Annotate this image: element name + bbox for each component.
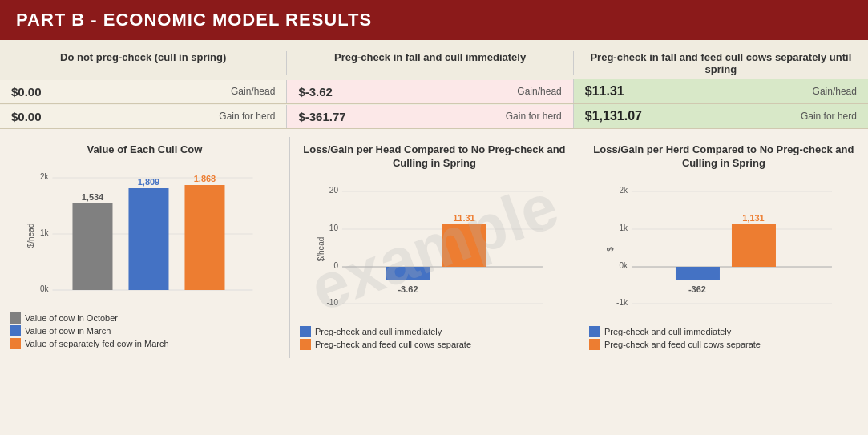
svg-text:-3.62: -3.62 xyxy=(398,284,418,294)
col1-gain-for-herd-value: $0.00 xyxy=(11,110,42,123)
svg-text:-10: -10 xyxy=(326,298,338,307)
header-title: PART B - ECONOMIC MODEL RESULTS xyxy=(16,10,372,30)
svg-rect-37 xyxy=(732,224,776,267)
chart2-legend-label-orange: Preg-check and feed cull cows separate xyxy=(315,340,471,349)
col2-gain-for-herd-value: $-361.77 xyxy=(298,110,345,123)
svg-text:$/head: $/head xyxy=(26,224,35,248)
svg-text:2k: 2k xyxy=(619,186,628,195)
chart2-panel: Loss/Gain per Head Compared to No Preg-c… xyxy=(289,137,579,358)
svg-text:10: 10 xyxy=(329,224,339,232)
svg-rect-35 xyxy=(676,267,720,280)
legend-item-1: Value of cow in October xyxy=(10,312,280,324)
svg-text:1,868: 1,868 xyxy=(194,174,216,183)
column-headers: Do not preg-check (cull in spring) Preg-… xyxy=(0,46,868,79)
chart3-title: Loss/Gain per Herd Compared to No Preg-c… xyxy=(589,143,858,171)
gain-per-head-row: $0.00 Gain/head $-3.62 Gain/head $11.31 … xyxy=(0,79,868,103)
chart1-panel: Value of Each Cull Cow $/head 2k 1k 0k xyxy=(0,137,289,358)
chart1-legend: Value of cow in October Value of cow in … xyxy=(10,312,280,349)
chart2-legend-item-1: Preg-check and cull immediately xyxy=(300,326,569,337)
legend-color-blue xyxy=(10,325,21,336)
svg-text:1k: 1k xyxy=(619,224,628,232)
svg-text:0k: 0k xyxy=(619,261,628,270)
chart3-legend: Preg-check and cull immediately Preg-che… xyxy=(589,326,858,350)
chart2-legend-color-orange xyxy=(300,339,311,350)
chart2-title: Loss/Gain per Head Compared to No Preg-c… xyxy=(300,143,569,171)
col1-gain-for-herd: $0.00 Gain for herd xyxy=(0,105,286,128)
col2-header: Preg-check in fall and cull immediately xyxy=(286,51,572,75)
svg-text:0: 0 xyxy=(333,261,338,270)
svg-text:20: 20 xyxy=(329,186,339,195)
chart3-panel: Loss/Gain per Herd Compared to No Preg-c… xyxy=(579,137,868,358)
svg-text:0k: 0k xyxy=(40,284,50,293)
svg-text:$: $ xyxy=(606,247,615,252)
col1-gain-per-head: $0.00 Gain/head xyxy=(0,80,286,103)
chart1-title: Value of Each Cull Cow xyxy=(10,143,280,157)
summary-section: Do not preg-check (cull in spring) Preg-… xyxy=(0,40,868,129)
svg-text:1,809: 1,809 xyxy=(138,177,160,187)
svg-text:11.31: 11.31 xyxy=(453,213,475,223)
charts-section: Value of Each Cull Cow $/head 2k 1k 0k xyxy=(0,129,868,366)
col2-gain-for-herd-label: Gain for herd xyxy=(506,111,562,122)
chart1-svg: $/head 2k 1k 0k 1,534 1,809 xyxy=(10,163,280,308)
chart2-legend: Preg-check and cull immediately Preg-che… xyxy=(300,326,569,350)
chart2-legend-item-2: Preg-check and feed cull cows separate xyxy=(300,339,569,350)
svg-text:-1k: -1k xyxy=(616,298,628,307)
chart3-legend-label-orange: Preg-check and feed cull cows separate xyxy=(604,340,761,349)
chart3-legend-item-2: Preg-check and feed cull cows separate xyxy=(589,339,858,350)
legend-label-gray: Value of cow in October xyxy=(25,313,118,323)
col3-gain-per-head: $11.31 Gain/head xyxy=(573,79,868,103)
svg-rect-22 xyxy=(386,267,430,280)
svg-rect-24 xyxy=(442,224,486,267)
legend-color-gray xyxy=(10,312,21,324)
svg-text:$/head: $/head xyxy=(317,236,325,261)
chart2-legend-label-blue: Preg-check and cull immediately xyxy=(315,327,442,336)
svg-rect-9 xyxy=(128,188,168,290)
chart3-legend-item-1: Preg-check and cull immediately xyxy=(589,326,858,337)
chart1-area: $/head 2k 1k 0k 1,534 1,809 xyxy=(10,163,280,308)
chart3-legend-color-blue xyxy=(589,326,600,337)
col3-gain-for-herd-label: Gain for herd xyxy=(801,111,857,122)
col1-header: Do not preg-check (cull in spring) xyxy=(0,51,286,75)
col1-gain-per-head-value: $0.00 xyxy=(11,85,42,99)
legend-item-3: Value of separately fed cow in March xyxy=(10,338,280,349)
header: PART B - ECONOMIC MODEL RESULTS xyxy=(0,0,868,40)
svg-text:-362: -362 xyxy=(688,284,706,294)
chart3-area: $ 2k 1k 0k -1k -362 xyxy=(589,177,858,321)
col1-gain-per-head-label: Gain/head xyxy=(231,86,275,97)
col3-gain-for-herd-value: $1,131.07 xyxy=(585,109,642,123)
legend-item-2: Value of cow in March xyxy=(10,325,280,336)
chart3-legend-label-blue: Preg-check and cull immediately xyxy=(604,327,731,336)
svg-rect-7 xyxy=(72,203,112,290)
col3-header: Preg-check in fall and feed cull cows se… xyxy=(573,51,868,75)
chart2-area: $/head 20 10 0 -10 xyxy=(300,177,569,321)
col3-gain-for-herd: $1,131.07 Gain for herd xyxy=(573,104,868,128)
chart2-svg: $/head 20 10 0 -10 xyxy=(300,177,569,321)
legend-label-blue: Value of cow in March xyxy=(25,326,111,336)
legend-label-orange: Value of separately fed cow in March xyxy=(25,339,169,348)
col3-gain-per-head-label: Gain/head xyxy=(813,86,857,97)
chart3-legend-color-orange xyxy=(589,339,600,350)
svg-text:1,534: 1,534 xyxy=(82,192,104,202)
svg-text:2k: 2k xyxy=(40,172,50,181)
col2-gain-for-herd: $-361.77 Gain for herd xyxy=(286,105,572,128)
col2-gain-per-head-label: Gain/head xyxy=(517,86,561,97)
col2-gain-per-head-value: $-3.62 xyxy=(298,85,333,99)
gain-for-herd-row: $0.00 Gain for herd $-361.77 Gain for he… xyxy=(0,103,868,129)
chart2-legend-color-blue xyxy=(300,326,311,337)
col3-gain-per-head-value: $11.31 xyxy=(585,84,624,99)
charts-wrapper: example Value of Each Cull Cow $/head 2k… xyxy=(0,129,868,366)
col2-gain-per-head: $-3.62 Gain/head xyxy=(286,80,572,103)
col1-gain-for-herd-label: Gain for herd xyxy=(219,111,275,122)
svg-rect-11 xyxy=(184,185,224,290)
svg-text:1,131: 1,131 xyxy=(742,213,765,223)
svg-text:1k: 1k xyxy=(40,228,50,237)
legend-color-orange xyxy=(10,338,21,349)
chart3-svg: $ 2k 1k 0k -1k -362 xyxy=(589,177,858,321)
